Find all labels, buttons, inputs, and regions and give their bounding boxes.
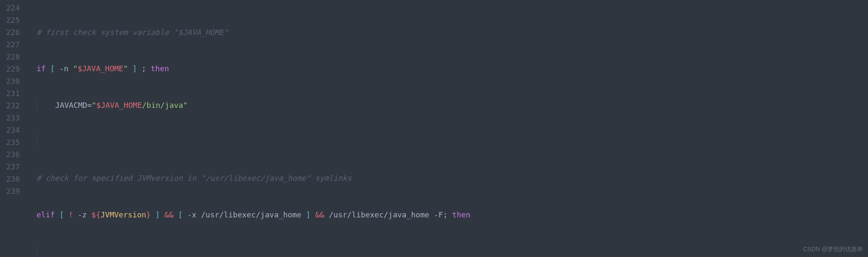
line-number: 233 [0, 112, 27, 124]
line-number: 228 [0, 51, 27, 63]
line-number: 235 [0, 137, 27, 149]
code-line: # first check system variable "$JAVA_HOM… [27, 27, 868, 39]
code-line [27, 136, 868, 148]
code-editor[interactable]: 224 225 226 227 228 229 230 231 232 233 … [0, 0, 868, 257]
code-line: if [ -n "$JAVA_HOME" ] ; then [27, 63, 868, 75]
line-number: 227 [0, 39, 27, 51]
code-line: JAVACMD="$JAVA_HOME/bin/java" [27, 99, 868, 112]
line-number: 224 [0, 2, 27, 14]
line-number: 234 [0, 124, 27, 137]
line-number: 236 [0, 149, 27, 161]
code-line: elif [ ! -z ${JVMVersion} ] && [ -x /usr… [27, 209, 868, 221]
line-number: 230 [0, 75, 27, 88]
line-number: 231 [0, 88, 27, 100]
line-number-gutter: 224 225 226 227 228 229 230 231 232 233 … [0, 0, 27, 257]
code-line [27, 245, 868, 257]
line-number: 237 [0, 161, 27, 173]
line-number: 232 [0, 100, 27, 112]
code-area[interactable]: # first check system variable "$JAVA_HOM… [27, 0, 868, 257]
code-line: # check for specified JVMversion in "/us… [27, 172, 868, 185]
line-number: 226 [0, 27, 27, 39]
line-number: 229 [0, 63, 27, 75]
line-number: 239 [0, 185, 27, 198]
line-number: 225 [0, 14, 27, 27]
watermark: CSDN @梦想的优惠券 [803, 244, 863, 254]
line-number: 238 [0, 173, 27, 185]
